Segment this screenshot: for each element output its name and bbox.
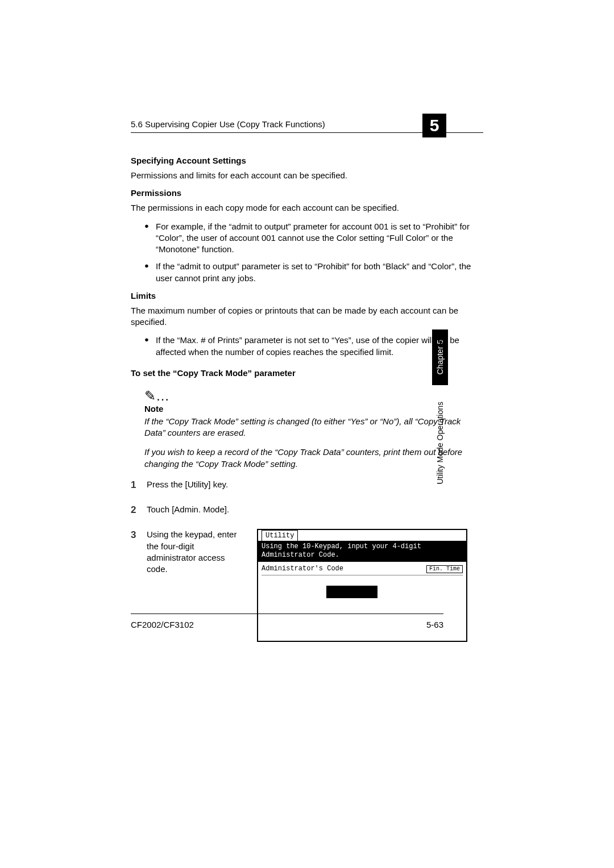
lcd-row: Administrator's Code Fin. Time	[262, 564, 463, 575]
lcd-tab: Utility	[262, 530, 298, 541]
permissions-bullet-list: For example, if the “admit to output” pr…	[144, 221, 483, 284]
lcd-row-label: Administrator's Code	[262, 564, 343, 573]
note-label: Note	[144, 404, 483, 414]
permissions-intro-text: The permissions in each copy mode for ea…	[131, 202, 483, 214]
footer-model: CF2002/CF3102	[131, 620, 194, 629]
limits-bullet-list: If the “Max. # of Prints” parameter is n…	[144, 335, 483, 358]
lcd-band-line1: Using the 10-Keypad, input your 4-digit	[262, 542, 463, 551]
list-item: For example, if the “admit to output” pr…	[144, 221, 483, 256]
step-2: Touch [Admin. Mode].	[131, 504, 483, 515]
step-text: Touch [Admin. Mode].	[147, 504, 229, 514]
heading-procedure: To set the “Copy Track Mode” parameter	[131, 368, 483, 378]
heading-limits: Limits	[131, 291, 483, 301]
list-item: If the “Max. # of Prints” parameter is n…	[144, 335, 483, 358]
step-text: Press the [Utility] key.	[147, 479, 228, 489]
step-1: Press the [Utility] key.	[131, 479, 483, 490]
section-title: 5.6 Supervising Copier Use (Copy Track F…	[131, 119, 325, 129]
limits-intro-text: The maximum number of copies or printout…	[131, 305, 483, 328]
heading-permissions: Permissions	[131, 188, 483, 198]
note-icon: ✎…	[144, 389, 483, 403]
lcd-instruction-band: Using the 10-Keypad, input your 4-digit …	[258, 541, 466, 561]
heading-specifying-account: Specifying Account Settings	[131, 156, 483, 165]
step-text: Using the keypad, enter the four-digit a…	[147, 529, 238, 575]
lcd-redacted-block	[326, 586, 377, 598]
account-intro-text: Permissions and limits for each account …	[131, 170, 483, 181]
page-footer: CF2002/CF3102 5-63	[131, 614, 443, 629]
list-item: If the “admit to output” parameter is se…	[144, 261, 483, 284]
lcd-fin-time-button[interactable]: Fin. Time	[426, 565, 463, 573]
lcd-band-line2: Administrator Code.	[262, 551, 463, 560]
note-body-2: If you wish to keep a record of the “Cop…	[144, 446, 483, 470]
note-body-1: If the “Copy Track Mode” setting is chan…	[144, 416, 483, 439]
section-header: 5.6 Supervising Copier Use (Copy Track F…	[131, 119, 483, 133]
footer-page-number: 5-63	[426, 620, 443, 629]
note-block: ✎… Note If the “Copy Track Mode” setting…	[144, 389, 483, 470]
